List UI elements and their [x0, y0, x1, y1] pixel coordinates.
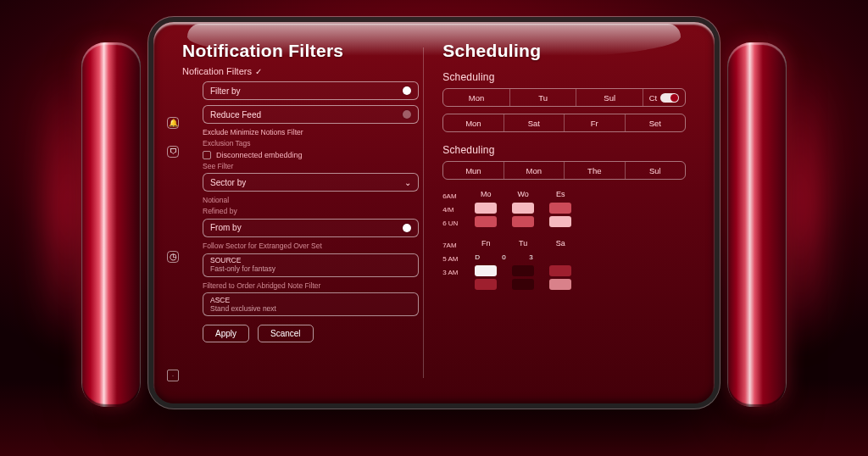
- slot[interactable]: [475, 265, 497, 276]
- col-header: Tu: [512, 239, 534, 247]
- slot-label: D: [475, 252, 487, 263]
- day-cell[interactable]: Fr: [564, 114, 624, 131]
- chevron-down-icon: ⌄: [404, 178, 411, 187]
- sector-by-select[interactable]: Sector by ⌄: [203, 173, 419, 192]
- source-select[interactable]: SOURCE Fast-only for fantasy: [203, 253, 419, 277]
- cancel-button[interactable]: Scancel: [258, 325, 314, 342]
- slot[interactable]: [475, 216, 497, 227]
- apply-button[interactable]: Apply: [203, 325, 249, 342]
- day-cell[interactable]: Sul: [576, 89, 643, 106]
- slot[interactable]: [549, 265, 571, 276]
- col-header: Wo: [512, 190, 534, 198]
- scheduling-panel: Scheduling Scheduling Mon Tu Sul Ct Mon …: [442, 41, 686, 388]
- hint-text: Filtered to Order Abridged Note Filter: [203, 282, 419, 291]
- day-toggle-cell[interactable]: Ct: [643, 89, 685, 106]
- switch-icon: [660, 93, 679, 103]
- hint-text: Follow Sector for Extranged Over Set: [203, 242, 419, 251]
- day-bar-2[interactable]: Mon Sat Fr Set: [442, 114, 686, 132]
- day-cell[interactable]: Mun: [443, 162, 503, 179]
- bell-icon: [167, 117, 179, 129]
- filters-subtitle: Nofication Filters: [182, 66, 419, 76]
- filter-icon-rail: [165, 117, 181, 381]
- col-header: Mo: [475, 190, 497, 198]
- col-header: Sa: [549, 239, 571, 247]
- day-cell[interactable]: Mon: [443, 114, 503, 131]
- hint-text: See Filter: [203, 163, 419, 171]
- exclusion-checkbox[interactable]: Disconnected embedding: [203, 151, 419, 159]
- decor-pillar-right: [727, 42, 787, 407]
- day-cell[interactable]: Mon: [443, 89, 509, 106]
- schedule-grid-a: 6AM 4/M 6 UN Mo Wo Es: [442, 190, 686, 231]
- slot[interactable]: [512, 203, 534, 214]
- mail-icon: [167, 370, 179, 381]
- check-icon: [255, 66, 262, 76]
- toggle-knob: [403, 224, 411, 232]
- order-select[interactable]: ASCE Stand exclusive next: [203, 292, 419, 316]
- hint-text: Exclude Minimize Notions Filter: [203, 129, 419, 137]
- scheduling-subtitle: Scheduling: [442, 144, 686, 156]
- day-bar-1[interactable]: Mon Tu Sul Ct: [442, 88, 686, 107]
- decor-pillar-left: [81, 42, 141, 407]
- scheduling-subtitle: Scheduling: [442, 71, 686, 83]
- hint-text: Notional: [203, 197, 419, 205]
- slot[interactable]: [512, 265, 534, 276]
- col-header: Fn: [475, 239, 497, 247]
- col-header: Es: [549, 190, 571, 198]
- slot[interactable]: [512, 279, 534, 290]
- hint-text: Exclusion Tags: [203, 140, 419, 148]
- settings-tablet: Notification Filters Nofication Filters …: [153, 22, 715, 403]
- scheduling-title: Scheduling: [442, 41, 686, 61]
- day-cell[interactable]: Sat: [504, 114, 564, 131]
- slot[interactable]: [512, 216, 534, 227]
- time-labels: 7AM 5 AM 3 AM: [442, 239, 468, 290]
- slot[interactable]: [549, 279, 571, 290]
- day-cell[interactable]: Sul: [625, 162, 685, 179]
- filter-by-toggle[interactable]: Filter by: [203, 81, 419, 100]
- clock-icon: [167, 251, 179, 263]
- toggle-knob: [403, 86, 411, 95]
- slot[interactable]: [475, 203, 497, 214]
- slot[interactable]: [549, 203, 571, 214]
- filter-icon: [167, 146, 179, 158]
- day-cell[interactable]: Mon: [504, 162, 564, 179]
- slot-label: 0: [502, 252, 514, 263]
- slot[interactable]: [549, 216, 571, 227]
- day-bar-3[interactable]: Mun Mon The Sul: [442, 161, 686, 180]
- reduce-feed-toggle[interactable]: Reduce Feed: [203, 105, 419, 124]
- filters-title: Notification Filters: [182, 41, 419, 61]
- from-by-toggle[interactable]: From by: [203, 219, 419, 237]
- day-cell[interactable]: Tu: [509, 89, 576, 106]
- notification-filters-panel: Notification Filters Nofication Filters …: [182, 41, 419, 388]
- slot-label: 3: [529, 252, 541, 263]
- toggle-knob: [403, 110, 411, 119]
- checkbox-icon: [203, 151, 211, 159]
- time-labels: 6AM 4/M 6 UN: [442, 190, 468, 231]
- hint-text: Refined by: [203, 208, 419, 216]
- day-cell[interactable]: Set: [625, 114, 685, 131]
- slot[interactable]: [475, 279, 497, 290]
- day-cell[interactable]: The: [564, 162, 624, 179]
- schedule-grid-b: 7AM 5 AM 3 AM Fn Tu Sa D 0 3: [442, 239, 686, 290]
